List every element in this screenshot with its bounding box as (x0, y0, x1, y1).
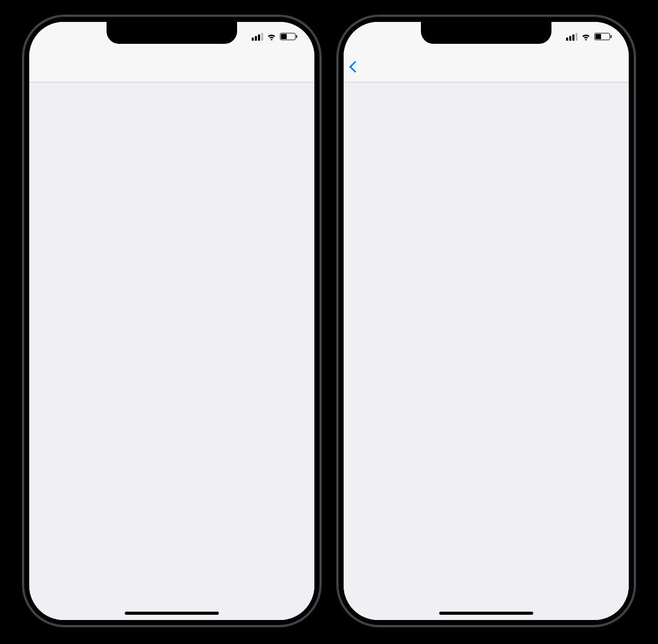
battery-icon (280, 33, 296, 40)
wifi-icon (581, 33, 591, 40)
phone-right (337, 16, 635, 626)
home-indicator[interactable] (439, 612, 533, 615)
notch (421, 22, 551, 44)
battery-icon (594, 33, 610, 40)
notch (107, 22, 237, 44)
home-indicator[interactable] (125, 612, 219, 615)
nav-bar (344, 51, 629, 82)
back-button[interactable] (351, 63, 361, 71)
signal-icon (252, 33, 263, 41)
chevron-left-icon (349, 61, 361, 73)
nav-bar (29, 51, 314, 82)
wifi-icon (266, 33, 277, 40)
phone-left (23, 16, 321, 626)
signal-icon (566, 33, 578, 41)
